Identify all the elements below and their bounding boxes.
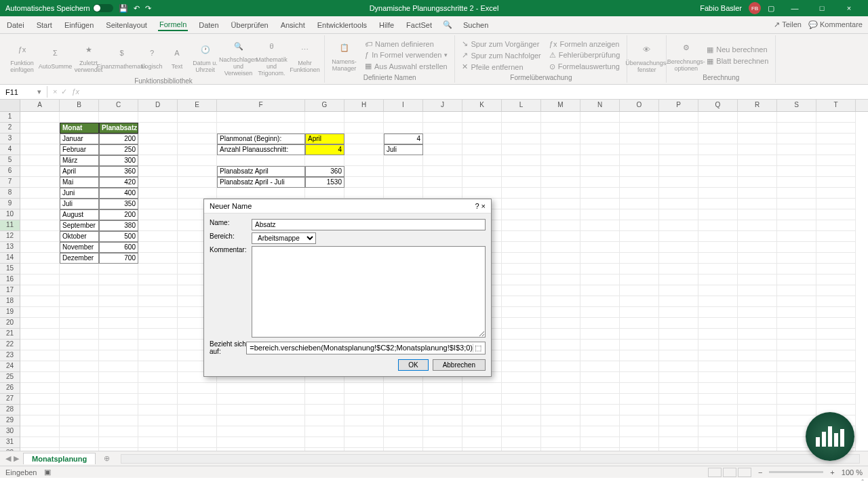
cell[interactable] (580, 155, 620, 166)
cell[interactable] (816, 209, 856, 220)
cell[interactable] (20, 274, 60, 285)
dialog-close-button[interactable]: × (481, 202, 486, 210)
tab-entwicklertools[interactable]: Entwicklertools (316, 20, 368, 30)
cell[interactable] (502, 405, 541, 415)
cell[interactable] (20, 112, 60, 123)
cell[interactable] (178, 134, 217, 144)
cell[interactable] (384, 112, 423, 123)
cell[interactable] (777, 372, 816, 383)
cell[interactable] (502, 264, 541, 274)
cell[interactable] (541, 155, 580, 166)
cell[interactable] (620, 285, 659, 296)
cell[interactable] (462, 383, 502, 394)
cell[interactable] (99, 426, 138, 437)
cell[interactable] (580, 405, 620, 415)
cell[interactable] (738, 144, 777, 155)
col-header[interactable]: F (217, 100, 305, 111)
cell[interactable] (138, 383, 178, 394)
cell[interactable] (344, 177, 384, 188)
nav-prev-icon[interactable]: ◀ (5, 454, 11, 463)
col-header[interactable]: A (20, 100, 60, 111)
minimize-button[interactable]: — (781, 0, 808, 16)
cell[interactable] (178, 415, 217, 426)
undo-icon[interactable]: ↶ (134, 4, 140, 13)
cell[interactable] (20, 361, 60, 372)
row-header[interactable]: 15 (0, 264, 20, 274)
cell[interactable]: 360 (305, 166, 344, 177)
cell[interactable] (20, 285, 60, 296)
cell[interactable] (738, 188, 777, 199)
redo-icon[interactable]: ↷ (145, 4, 151, 13)
cell[interactable] (580, 307, 620, 318)
col-header[interactable]: P (659, 100, 698, 111)
cell[interactable] (659, 361, 698, 372)
row-header[interactable]: 11 (0, 220, 20, 231)
cell[interactable] (620, 209, 659, 220)
col-header[interactable]: K (462, 100, 502, 111)
cell[interactable] (60, 437, 99, 448)
cell[interactable] (178, 177, 217, 188)
col-header[interactable]: I (384, 100, 423, 111)
cell[interactable] (580, 329, 620, 340)
remove-arrows-button[interactable]: ✕Pfeile entfernen (459, 62, 543, 72)
cell[interactable] (816, 296, 856, 307)
cell[interactable] (738, 307, 777, 318)
cell[interactable] (777, 123, 816, 134)
cell[interactable] (217, 155, 305, 166)
cell[interactable] (384, 123, 423, 134)
cell[interactable] (305, 112, 344, 123)
cell[interactable] (659, 394, 698, 405)
cell[interactable]: August (60, 209, 99, 220)
cell[interactable] (502, 361, 541, 372)
cell[interactable] (580, 448, 620, 451)
cell[interactable] (620, 415, 659, 426)
cell[interactable] (541, 209, 580, 220)
cell[interactable] (738, 199, 777, 209)
cell[interactable] (20, 426, 60, 437)
cell[interactable] (777, 242, 816, 253)
cell[interactable] (20, 372, 60, 383)
cell[interactable] (502, 177, 541, 188)
cell[interactable] (20, 231, 60, 242)
col-header[interactable]: Q (698, 100, 738, 111)
cell[interactable] (217, 415, 305, 426)
cell[interactable] (20, 144, 60, 155)
window-icon[interactable]: ▢ (768, 4, 774, 13)
cell[interactable] (659, 426, 698, 437)
search-input[interactable]: Suchen (462, 20, 490, 30)
watch-window-button[interactable]: 👁Überwachungs-fenster (631, 39, 662, 75)
cell[interactable] (541, 340, 580, 350)
cell[interactable] (20, 253, 60, 264)
cell[interactable] (698, 166, 738, 177)
cell[interactable] (178, 426, 217, 437)
cell[interactable] (620, 307, 659, 318)
cell[interactable] (580, 318, 620, 329)
row-header[interactable]: 6 (0, 166, 20, 177)
cell[interactable] (138, 318, 178, 329)
cell[interactable] (305, 383, 344, 394)
cell[interactable] (816, 307, 856, 318)
cell[interactable] (777, 134, 816, 144)
row-header[interactable]: 4 (0, 144, 20, 155)
cell[interactable] (816, 253, 856, 264)
tab-formeln[interactable]: Formeln (158, 19, 188, 31)
cell[interactable]: April (305, 134, 344, 144)
cell[interactable] (20, 177, 60, 188)
cell[interactable] (20, 242, 60, 253)
cell[interactable] (502, 274, 541, 285)
cell[interactable] (698, 144, 738, 155)
cell[interactable] (580, 220, 620, 231)
cell[interactable] (138, 199, 178, 209)
cell[interactable] (138, 123, 178, 134)
cell[interactable] (777, 318, 816, 329)
cell[interactable] (659, 123, 698, 134)
cell[interactable] (502, 394, 541, 405)
cell[interactable] (99, 372, 138, 383)
cell[interactable] (698, 242, 738, 253)
cell[interactable] (620, 253, 659, 264)
cell[interactable] (620, 350, 659, 361)
cell[interactable] (502, 123, 541, 134)
cell[interactable] (502, 134, 541, 144)
cell[interactable] (20, 405, 60, 415)
cell[interactable]: 380 (99, 220, 138, 231)
